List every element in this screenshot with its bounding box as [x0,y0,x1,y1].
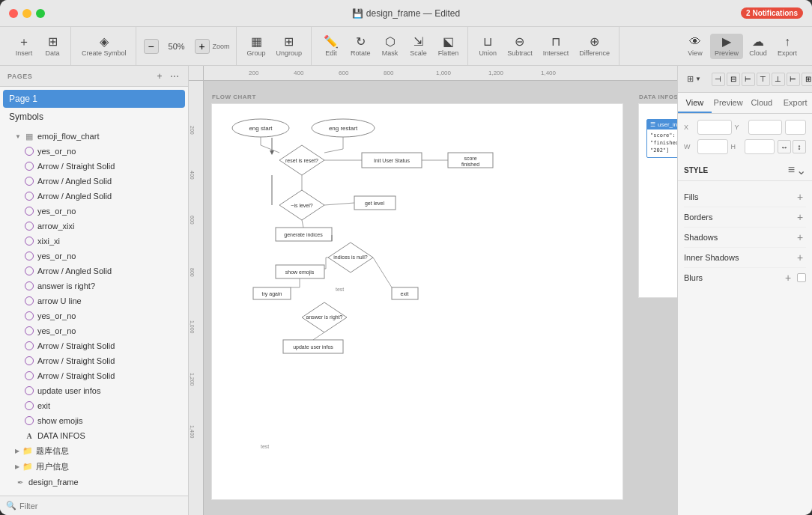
filter-input[interactable] [19,502,182,511]
page-item-page1[interactable]: Page 1 [3,90,185,108]
list-item[interactable]: update user infos [0,383,188,398]
notifications-badge[interactable]: 2 Notifications [741,7,803,19]
toolbar: ＋ Insert ⊞ Data ◈ Create Symbol − 50% + … [0,27,812,66]
layer-design-frame[interactable]: ✒ design_frame [0,475,188,490]
pages-options-button[interactable]: ⋯ [169,70,181,82]
list-item[interactable]: yes_or_no [0,204,188,219]
tab-cloud[interactable]: Cloud [745,93,779,113]
difference-button[interactable]: ⊕ Difference [575,34,614,59]
svg-text:update user infos: update user infos [293,344,333,350]
list-item[interactable]: Arrow / Straight Solid [0,159,188,174]
svg-text:finished: finished [461,162,479,167]
align-left-icon[interactable]: ⊣ [712,73,725,86]
union-icon: ⊔ [483,36,492,48]
align-right-icon[interactable]: ⊢ [742,73,755,86]
list-item[interactable]: answer is right? [0,278,188,293]
h-input[interactable] [745,139,775,154]
boolean-ops: ⊔ Union ⊖ Subtract ⊓ Intersect ⊕ Differe… [470,27,619,65]
style-options-icon[interactable]: ≡ [788,163,795,177]
list-item[interactable]: Arrow / Straight Solid [0,353,188,368]
layer-group-emoji-flow-chart[interactable]: ▼ ▦ emoji_flow_chart [0,129,188,144]
flatten-button[interactable]: ⬕ Flatten [434,34,464,59]
add-fill-button[interactable]: + [794,191,806,203]
align-bottom-icon[interactable]: ⊢ [787,73,800,86]
close-button[interactable] [9,9,18,18]
tab-export[interactable]: Export [778,93,812,113]
ungroup-button[interactable]: ⊞ Ungroup [272,34,307,59]
list-item[interactable]: show emojis [0,413,188,428]
insert-button[interactable]: ＋ Insert [10,34,37,59]
zoom-in-button[interactable]: + [195,39,210,54]
list-item[interactable]: A DATA INFOS [0,428,188,443]
subtract-button[interactable]: ⊖ Subtract [503,34,537,59]
x-input[interactable] [697,120,732,135]
view-button[interactable]: 👁 View [682,34,709,59]
list-item[interactable]: Arrow / Angled Solid [0,263,188,278]
list-item[interactable]: yes_or_no [0,249,188,263]
canvas-content[interactable]: FLOW CHART [204,81,677,515]
tab-view[interactable]: View [678,93,712,113]
flowchart-svg: eng start eng restart reset is reset? In… [212,104,624,501]
mask-button[interactable]: ⬡ Mask [377,34,404,59]
right-panel-tabs: View Preview Cloud Export [678,93,812,114]
list-item[interactable]: Arrow / Angled Solid [0,174,188,189]
list-item[interactable]: yes_or_no [0,308,188,323]
symbol-ref-icon [24,400,34,411]
svg-text:test: test [336,287,344,292]
add-shadow-button[interactable]: + [794,231,806,243]
scale-button[interactable]: ⇲ Scale [405,34,432,59]
card-icon: ☰ [650,121,655,128]
chevron-down-icon[interactable]: ⌄ [796,163,806,177]
blurs-checkbox[interactable] [797,273,806,282]
list-item[interactable]: Arrow / Straight Solid [0,368,188,383]
page-item-symbols[interactable]: Symbols [3,108,185,126]
zoom-out-button[interactable]: − [144,39,159,54]
list-item[interactable]: Arrow / Angled Solid [0,189,188,204]
h-label: H [731,143,742,150]
preview-button[interactable]: ▶ Preview [710,34,743,59]
rotate-button[interactable]: ↻ Rotate [346,34,375,59]
flip-h-icon[interactable]: ↔ [778,140,791,153]
add-border-button[interactable]: + [794,211,806,223]
blurs-actions: + [782,272,806,284]
layer-name: Arrow / Angled Solid [37,177,184,186]
list-item[interactable]: arrow U line [0,293,188,308]
center-v-icon[interactable]: ⊥ [772,73,785,86]
view-toggle[interactable]: ⊞ ▼ [682,72,706,86]
layer-group-question-bank[interactable]: ▶ 📁 题库信息 [0,443,188,459]
center-h-icon[interactable]: ⊟ [727,73,740,86]
add-blur-button[interactable]: + [782,272,794,284]
list-item[interactable]: exit [0,398,188,413]
w-input[interactable] [697,139,728,154]
filter-bar: 🔍 [0,496,188,515]
align-top-icon[interactable]: ⊤ [757,73,770,86]
group-button[interactable]: ▦ Group [243,34,270,59]
add-inner-shadow-button[interactable]: + [794,252,806,263]
list-item[interactable]: arrow_xixi [0,219,188,234]
list-item[interactable]: yes_or_no [0,144,188,159]
tab-preview[interactable]: Preview [712,93,745,113]
flip-v-icon[interactable]: ↕ [793,140,806,153]
view-ops: 👁 View ▶ Preview ☁ Cloud ↑ Export [677,27,806,65]
add-page-button[interactable]: + [154,70,166,82]
union-button[interactable]: ⊔ Union [474,34,501,59]
data-button[interactable]: ⊞ Data [39,34,66,59]
y-input[interactable] [748,120,783,135]
layer-group-user-info[interactable]: ▶ 📁 用户信息 [0,459,188,475]
canvas-area[interactable]: 200 400 600 800 1,000 1,200 1,400 200 40… [189,66,677,515]
intersect-button[interactable]: ⊓ Intersect [539,34,574,59]
list-item[interactable]: Arrow / Straight Solid [0,338,188,353]
cloud-button[interactable]: ☁ Cloud [745,34,772,59]
list-item[interactable]: xixi_xi [0,234,188,249]
distribute-h-icon[interactable]: ⊞ [802,73,812,86]
rotation-input[interactable] [785,120,806,135]
list-item[interactable]: yes_or_no [0,323,188,338]
folder-icon: 📁 [22,446,33,457]
symbol-ref-icon [24,341,34,351]
maximize-button[interactable] [36,9,45,18]
edit-button[interactable]: ✏️ Edit [318,34,345,59]
create-symbol-button[interactable]: ◈ Create Symbol [77,34,131,59]
export-button[interactable]: ↑ Export [773,34,802,59]
minimize-button[interactable] [22,9,31,18]
layer-name: xixi_xi [37,237,184,246]
